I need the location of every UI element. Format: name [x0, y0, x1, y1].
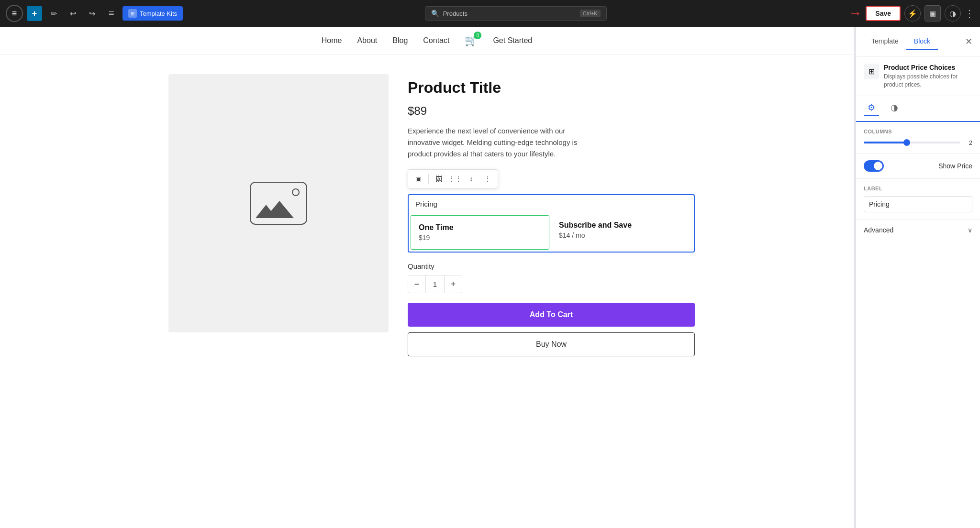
pricing-options: One Time $19 Subscribe and Save $14 / mo	[409, 213, 694, 252]
logo-icon: ≡	[12, 9, 17, 19]
style-icon: ◑	[891, 102, 898, 113]
slider-fill	[864, 142, 907, 143]
tab-template[interactable]: Template	[864, 33, 906, 50]
block-info-text: Product Price Choices Displays possible …	[884, 64, 972, 89]
settings-icon: ⚙	[868, 102, 875, 113]
theme-toggle-button[interactable]: ◑	[945, 5, 961, 22]
show-price-toggle[interactable]	[864, 160, 884, 172]
pricing-option-subscribe[interactable]: Subscribe and Save $14 / mo	[551, 213, 694, 252]
template-kits-button[interactable]: ⊞ Template Kits	[122, 6, 183, 21]
toolbar-divider	[428, 174, 429, 184]
chevron-down-icon: ∨	[968, 226, 972, 234]
buy-now-button[interactable]: Buy Now	[408, 332, 695, 356]
site-logo[interactable]: ≡	[6, 5, 23, 22]
add-block-button[interactable]: +	[27, 6, 42, 21]
toolbar: ≡ + ✏ ↩ ↪ ≣ ⊞ Template Kits 🔍 Products C…	[0, 0, 980, 27]
pricing-label: Pricing	[409, 195, 694, 213]
advanced-label: Advanced	[864, 226, 893, 234]
search-label: Products	[443, 10, 576, 17]
nav-home[interactable]: Home	[322, 36, 342, 45]
panel-icon-tabs: ⚙ ◑	[856, 96, 980, 122]
style-tab[interactable]: ◑	[887, 101, 902, 116]
block-tool-image[interactable]: 🖼	[432, 172, 446, 186]
label-section-title: LABEL	[864, 186, 972, 191]
quantity-label: Quantity	[408, 262, 695, 270]
move-icon: ↕	[470, 175, 473, 183]
show-price-control: Show Price	[856, 154, 980, 179]
quantity-control: − 1 +	[408, 275, 462, 293]
nav-about[interactable]: About	[357, 36, 377, 45]
block-tool-grid[interactable]: ⋮⋮	[448, 172, 462, 186]
nav-get-started[interactable]: Get Started	[493, 36, 532, 45]
save-button[interactable]: Save	[866, 6, 901, 21]
search-shortcut: Ctrl+K	[580, 10, 601, 17]
pencil-icon: ✏	[51, 9, 57, 18]
undo-button[interactable]: ↩	[65, 6, 80, 21]
add-to-cart-button[interactable]: Add To Cart	[408, 303, 695, 327]
columns-control: COLUMNS 2	[856, 122, 980, 154]
canvas-area: Home About Blog Contact 🛒 0 Get Started …	[0, 27, 854, 528]
block-type-icon: ⊞	[869, 67, 875, 76]
list-button[interactable]: ≣	[103, 6, 119, 21]
panel-tabs: Template Block	[864, 33, 938, 50]
plus-icon: +	[32, 9, 37, 19]
panel-close-button[interactable]: ✕	[965, 36, 972, 47]
label-control: LABEL	[856, 179, 980, 220]
grid-icon: ⋮⋮	[448, 175, 462, 183]
show-price-label: Show Price	[938, 162, 972, 170]
pricing-option-one-time[interactable]: One Time $19	[411, 215, 549, 250]
pricing-section: Pricing One Time $19 Subscribe and Save …	[408, 194, 695, 253]
product-image-placeholder	[168, 74, 389, 332]
block-info: ⊞ Product Price Choices Displays possibl…	[856, 57, 980, 96]
moon-icon: ◑	[949, 9, 956, 18]
right-panel: Template Block ✕ ⊞ Product Price Choices…	[856, 27, 980, 528]
quantity-section: Quantity − 1 +	[408, 262, 695, 293]
block-tool-more[interactable]: ⋮	[480, 172, 495, 186]
quantity-plus-button[interactable]: +	[445, 275, 462, 293]
undo-icon: ↩	[70, 9, 76, 18]
cart-badge: 0	[474, 32, 481, 39]
option2-title: Subscribe and Save	[559, 221, 686, 230]
block-toolbar: ▣ 🖼 ⋮⋮ ↕ ⋮	[408, 169, 498, 188]
advanced-section[interactable]: Advanced ∨	[856, 220, 980, 241]
toolbar-right: → Save ⚡ ▣ ◑ ⋮	[848, 5, 974, 22]
redo-icon: ↪	[89, 9, 95, 18]
search-icon: 🔍	[431, 10, 439, 17]
redo-button[interactable]: ↪	[84, 6, 100, 21]
template-kits-icon: ⊞	[128, 9, 137, 18]
pencil-button[interactable]: ✏	[46, 6, 61, 21]
slider-thumb[interactable]	[903, 139, 910, 146]
image-icon	[250, 182, 307, 225]
rect-icon: ▣	[930, 10, 936, 17]
rect-button[interactable]: ▣	[924, 5, 941, 22]
template-kits-label: Template Kits	[140, 10, 177, 17]
quantity-minus-button[interactable]: −	[408, 275, 425, 293]
block-info-title: Product Price Choices	[884, 64, 972, 71]
settings-tab[interactable]: ⚙	[864, 101, 879, 116]
show-price-row: Show Price	[864, 160, 972, 172]
block-tool-toggle[interactable]: ▣	[411, 172, 425, 186]
option2-price: $14 / mo	[559, 231, 686, 239]
columns-slider-track[interactable]	[864, 142, 960, 143]
block-info-desc: Displays possible choices for product pr…	[884, 73, 972, 89]
columns-value: 2	[965, 139, 972, 146]
toggle-icon: ▣	[415, 175, 422, 183]
red-arrow-indicator: →	[848, 6, 862, 21]
nav-blog[interactable]: Blog	[392, 36, 408, 45]
lightning-button[interactable]: ⚡	[904, 5, 921, 22]
block-more-icon: ⋮	[484, 175, 491, 183]
panel-content: COLUMNS 2 Show Price	[856, 122, 980, 528]
block-tool-move[interactable]: ↕	[464, 172, 479, 186]
label-input[interactable]	[864, 196, 972, 212]
columns-label: COLUMNS	[864, 129, 972, 134]
search-area: 🔍 Products Ctrl+K	[187, 6, 845, 21]
option1-price: $19	[419, 234, 541, 242]
option1-title: One Time	[419, 223, 541, 232]
search-box[interactable]: 🔍 Products Ctrl+K	[425, 6, 607, 21]
nav-contact[interactable]: Contact	[423, 36, 449, 45]
quantity-value: 1	[425, 275, 445, 293]
nav-cart[interactable]: 🛒 0	[465, 34, 478, 47]
tab-block[interactable]: Block	[906, 33, 938, 50]
site-navigation: Home About Blog Contact 🛒 0 Get Started	[0, 27, 854, 55]
more-options-button[interactable]: ⋮	[965, 8, 974, 19]
